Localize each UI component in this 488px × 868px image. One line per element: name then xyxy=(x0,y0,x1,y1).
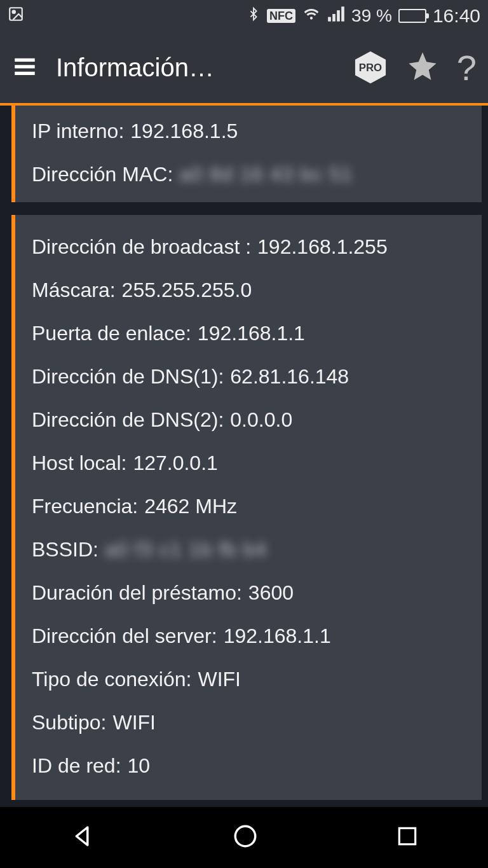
value-bssid: a0 f3 c1 1b fb b4 xyxy=(105,537,267,562)
label-localhost: Host local: xyxy=(32,450,126,476)
row-netid: ID de red: 10 xyxy=(32,744,469,787)
card-basic-info: IP interno: 192.168.1.5 Dirección MAC: a… xyxy=(11,106,482,202)
row-dns2: Dirección de DNS(2): 0.0.0.0 xyxy=(32,398,469,441)
row-gateway: Puerta de enlace: 192.168.1.1 xyxy=(32,312,469,355)
row-mac: Dirección MAC: a0 8d 16 43 bc 51 xyxy=(32,153,469,196)
back-icon[interactable] xyxy=(69,823,95,852)
label-broadcast: Dirección de broadcast : xyxy=(32,234,251,259)
row-frequency: Frecuencia: 2462 MHz xyxy=(32,485,469,528)
signal-icon xyxy=(327,6,345,26)
card-network-details: Dirección de broadcast : 192.168.1.255 M… xyxy=(11,215,482,800)
content-scroll[interactable]: IP interno: 192.168.1.5 Dirección MAC: a… xyxy=(0,106,488,800)
value-ip-interno: 192.168.1.5 xyxy=(130,118,238,144)
value-broadcast: 192.168.1.255 xyxy=(257,234,388,259)
label-server: Dirección del server: xyxy=(32,623,217,649)
value-mask: 255.255.255.0 xyxy=(122,277,252,303)
svg-rect-6 xyxy=(15,59,35,62)
svg-rect-2 xyxy=(328,17,331,22)
svg-rect-5 xyxy=(341,6,344,21)
value-dns1: 62.81.16.148 xyxy=(230,364,349,389)
status-time: 16:40 xyxy=(433,5,480,27)
help-icon[interactable]: ? xyxy=(457,47,477,88)
label-frequency: Frecuencia: xyxy=(32,493,138,519)
row-localhost: Host local: 127.0.0.1 xyxy=(32,441,469,485)
value-subtype: WIFI xyxy=(112,710,156,735)
app-title: Información… xyxy=(56,53,335,82)
value-netid: 10 xyxy=(128,753,151,778)
wifi-icon xyxy=(302,6,321,27)
app-toolbar: Información… PRO ? xyxy=(0,32,488,106)
row-conn-type: Tipo de conexión: WIFI xyxy=(32,658,469,701)
status-bar: NFC 39 % 16:40 xyxy=(0,0,488,32)
svg-rect-3 xyxy=(332,14,336,22)
svg-text:PRO: PRO xyxy=(359,62,382,74)
label-mac: Dirección MAC: xyxy=(32,162,173,187)
battery-icon xyxy=(398,9,426,23)
value-gateway: 192.168.1.1 xyxy=(198,320,305,346)
label-mask: Máscara: xyxy=(32,277,116,303)
svg-rect-8 xyxy=(15,72,35,75)
label-ip-interno: IP interno: xyxy=(32,118,124,144)
nav-bar xyxy=(0,807,488,868)
nfc-icon: NFC xyxy=(267,9,295,23)
label-netid: ID de red: xyxy=(32,753,121,778)
row-mask: Máscara: 255.255.255.0 xyxy=(32,268,469,312)
value-conn-type: WIFI xyxy=(198,666,241,692)
svg-rect-7 xyxy=(15,65,35,68)
value-server: 192.168.1.1 xyxy=(224,623,331,649)
label-dns1: Dirección de DNS(1): xyxy=(32,364,224,389)
value-frequency: 2462 MHz xyxy=(144,493,237,519)
value-localhost: 127.0.0.1 xyxy=(133,450,217,476)
svg-rect-4 xyxy=(337,10,340,21)
row-server: Dirección del server: 192.168.1.1 xyxy=(32,614,469,658)
row-subtype: Subtipo: WIFI xyxy=(32,701,469,744)
label-lease: Duración del préstamo: xyxy=(32,580,242,605)
menu-icon[interactable] xyxy=(11,53,38,82)
star-icon[interactable] xyxy=(406,50,439,85)
image-icon xyxy=(8,6,24,27)
label-subtype: Subtipo: xyxy=(32,710,106,735)
label-dns2: Dirección de DNS(2): xyxy=(32,407,224,432)
battery-percent: 39 % xyxy=(351,6,392,26)
value-lease: 3600 xyxy=(248,580,294,605)
value-mac: a0 8d 16 43 bc 51 xyxy=(179,162,353,187)
label-bssid: BSSID: xyxy=(32,537,98,562)
home-icon[interactable] xyxy=(232,823,259,852)
row-broadcast: Dirección de broadcast : 192.168.1.255 xyxy=(32,225,469,268)
row-bssid: BSSID: a0 f3 c1 1b fb b4 xyxy=(32,528,469,571)
svg-rect-12 xyxy=(400,828,416,844)
recents-icon[interactable] xyxy=(395,824,419,851)
value-dns2: 0.0.0.0 xyxy=(230,407,292,432)
bluetooth-icon xyxy=(247,5,261,27)
svg-point-11 xyxy=(235,826,255,846)
label-gateway: Puerta de enlace: xyxy=(32,320,191,346)
svg-rect-0 xyxy=(10,8,22,20)
svg-point-1 xyxy=(13,10,15,13)
row-lease: Duración del préstamo: 3600 xyxy=(32,571,469,614)
pro-badge-icon[interactable]: PRO xyxy=(353,50,388,85)
label-conn-type: Tipo de conexión: xyxy=(32,666,191,692)
row-ip-interno: IP interno: 192.168.1.5 xyxy=(32,109,469,153)
row-dns1: Dirección de DNS(1): 62.81.16.148 xyxy=(32,355,469,398)
